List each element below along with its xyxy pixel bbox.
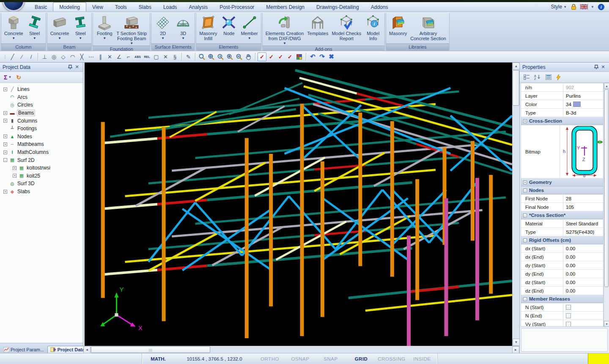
select-polygon-check-icon[interactable]: ✓: [285, 52, 294, 61]
scroll-down-icon[interactable]: ▼: [604, 321, 609, 327]
divide-tool-icon[interactable]: ⋯: [87, 52, 96, 61]
zoom-previous-icon[interactable]: [216, 52, 225, 61]
tree-item-slabs[interactable]: +◆Slabs: [2, 188, 83, 196]
property-value[interactable]: 34: [563, 101, 603, 107]
concrete-column-button[interactable]: Concrete ▼: [3, 14, 25, 44]
extend-tool-icon[interactable]: ✕: [105, 52, 114, 61]
surface-3d-button[interactable]: 3D ▼: [173, 14, 193, 44]
scroll-left-icon[interactable]: ◄: [83, 346, 91, 353]
templates-button[interactable]: Templates: [306, 14, 329, 46]
osnap-toggle[interactable]: OSNAP: [285, 356, 315, 361]
property-pages-button[interactable]: [544, 74, 553, 80]
menu-tab-members-design[interactable]: Members Design: [260, 2, 310, 11]
expander-icon[interactable]: +: [3, 142, 7, 146]
grid-toggle[interactable]: GRID: [346, 356, 376, 361]
scrollbar-thumb[interactable]: [513, 70, 519, 106]
refresh-button[interactable]: ↻: [14, 74, 23, 81]
property-value[interactable]: 28: [563, 196, 603, 201]
pencil-tool-icon[interactable]: ✎: [184, 52, 193, 61]
selection-nodes-icon[interactable]: ▢: [152, 52, 161, 61]
release-checkbox[interactable]: [566, 322, 571, 327]
delete-node-icon[interactable]: ✕: [161, 52, 170, 61]
tree-item-nodes[interactable]: +▲Nodes: [2, 133, 83, 141]
select-fence-check-icon[interactable]: ✓: [267, 52, 276, 61]
masonry-library-button[interactable]: Masonry: [388, 14, 408, 44]
property-value[interactable]: 902: [563, 85, 603, 90]
group-rigid-offsets[interactable]: -Rigid Offsets (cm): [521, 236, 603, 244]
group-member-releases[interactable]: -Member Releases: [521, 295, 603, 303]
circle-center-snap-icon[interactable]: ◎: [49, 52, 58, 61]
tree-item-lines[interactable]: +╱Lines: [2, 85, 83, 93]
menu-tab-analysis[interactable]: Analysis: [183, 2, 214, 11]
zoom-out-icon[interactable]: [235, 52, 244, 61]
expander-icon[interactable]: +: [523, 119, 527, 123]
property-value[interactable]: 0.00: [563, 255, 603, 260]
member-button[interactable]: Member ▼: [239, 14, 259, 44]
release-checkbox[interactable]: [566, 305, 571, 310]
app-orb-button[interactable]: [3, 2, 25, 11]
polygon-snap-icon[interactable]: ◇: [59, 52, 68, 61]
menu-tab-view[interactable]: View: [86, 2, 109, 11]
pan-hand-icon[interactable]: [244, 52, 253, 61]
model-info-button[interactable]: i Model Info: [363, 14, 383, 46]
scroll-right-icon[interactable]: ►: [512, 346, 519, 353]
undo-icon[interactable]: ↶: [308, 52, 317, 61]
lightning-icon[interactable]: [554, 74, 562, 81]
group-cross-section-2[interactable]: -*Cross Section*: [521, 211, 603, 219]
tree-item-columns[interactable]: +▮Columns: [2, 117, 83, 125]
expander-icon[interactable]: -: [523, 189, 527, 192]
expander-icon[interactable]: -: [523, 297, 527, 301]
tree-item-mathcolumns[interactable]: +IMathColumns: [2, 148, 83, 156]
viewport-vertical-scrollbar[interactable]: ▲ ▼: [512, 63, 519, 346]
toolbar-grip[interactable]: ⋮: [3, 55, 6, 59]
inside-toggle[interactable]: INSIDE: [407, 356, 437, 361]
ortho-toggle[interactable]: ORTHO: [255, 356, 285, 361]
lock-icon[interactable]: [570, 3, 577, 10]
property-value[interactable]: Steel Standard: [563, 221, 603, 226]
info-icon[interactable]: i: [597, 3, 605, 10]
property-value[interactable]: 0.00: [563, 280, 603, 285]
select-all-check-icon[interactable]: ✓: [258, 52, 266, 61]
expander-icon[interactable]: +: [3, 111, 7, 115]
absolute-coords-icon[interactable]: ABS: [133, 52, 142, 61]
redo-icon[interactable]: ↷: [318, 52, 326, 61]
concrete-beam-button[interactable]: Concrete ▼: [49, 14, 71, 44]
tab-project-data[interactable]: Project Data: [47, 346, 88, 353]
tree-item-surf-3d[interactable]: ◍Surf 3D: [2, 180, 83, 188]
steel-beam-button[interactable]: Steel ▼: [71, 14, 90, 44]
surface-2d-button[interactable]: 2D ▼: [153, 14, 173, 44]
masonry-infill-button[interactable]: Masonry Infill: [198, 14, 218, 44]
menu-tab-modeling[interactable]: Modeling: [53, 2, 86, 11]
spline-tool-icon[interactable]: /: [27, 52, 36, 61]
coordinate-mode-label[interactable]: MATH.: [142, 356, 174, 361]
scrollbar-thumb[interactable]: |||: [91, 346, 210, 353]
expander-icon[interactable]: +: [523, 181, 527, 184]
relative-coords-icon[interactable]: REL: [143, 52, 151, 61]
expander-icon[interactable]: +: [13, 166, 16, 170]
close-icon[interactable]: ✕: [600, 64, 606, 71]
polyline-tool-icon[interactable]: ∕: [17, 52, 26, 61]
tree-item-footings[interactable]: ┻Footings: [2, 125, 83, 133]
menu-tab-tools[interactable]: Tools: [109, 2, 133, 11]
group-nodes[interactable]: -Nodes: [521, 186, 603, 194]
select-window-check-icon[interactable]: ✓: [276, 52, 285, 61]
tree-item-surf-2d[interactable]: -▦Surf 2D: [2, 156, 83, 164]
property-value[interactable]: Purlins: [563, 93, 603, 99]
property-value[interactable]: 0.00: [563, 271, 603, 276]
select-by-color-icon[interactable]: [295, 52, 304, 61]
tree-item-beams[interactable]: +▬Beams: [2, 109, 83, 117]
tree-item-circles[interactable]: ◎Circles: [2, 101, 83, 109]
zoom-window-icon[interactable]: [198, 52, 206, 61]
menu-tab-drawings-detailing[interactable]: Drawings-Detailing: [310, 2, 365, 11]
angle-tool-icon[interactable]: ∠: [115, 52, 123, 61]
properties-scrollbar[interactable]: ▲ ▼: [604, 83, 609, 327]
menu-tab-basic[interactable]: Basic: [29, 2, 53, 11]
model-checks-report-button[interactable]: Model Checks Report: [330, 14, 362, 46]
snap-toggle[interactable]: SNAP: [315, 356, 346, 361]
model-viewport[interactable]: Y X: [85, 63, 512, 346]
expander-icon[interactable]: +: [3, 134, 7, 138]
expander-icon[interactable]: +: [3, 88, 7, 91]
expander-icon[interactable]: +: [3, 151, 7, 154]
delete-icon[interactable]: ✖: [327, 52, 336, 61]
scroll-up-icon[interactable]: ▲: [513, 63, 520, 70]
